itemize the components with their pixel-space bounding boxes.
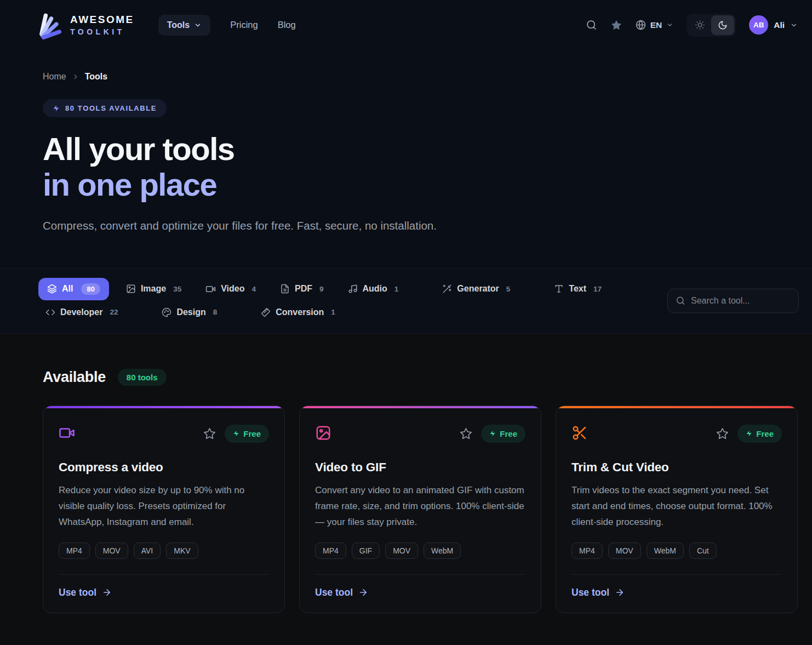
globe-icon <box>636 20 646 30</box>
free-badge: Free <box>737 425 782 443</box>
tool-search-box <box>667 288 799 313</box>
breadcrumb-home[interactable]: Home <box>43 72 66 82</box>
filter-conversion[interactable]: Conversion 1 <box>254 302 342 323</box>
sun-icon <box>695 20 705 30</box>
use-tool-link[interactable]: Use tool <box>59 587 112 598</box>
filter-video[interactable]: Video 4 <box>198 278 263 300</box>
card-description: Reduce your video size by up to 90% with… <box>59 482 269 530</box>
tool-cards-grid: Free Compress a video Reduce your video … <box>43 406 798 613</box>
format-tags: MP4 MOV WebM Cut <box>571 543 782 559</box>
palette-icon <box>162 307 171 317</box>
arrow-right-icon <box>102 587 112 597</box>
favorite-star-icon[interactable] <box>716 427 729 440</box>
type-icon <box>554 284 564 294</box>
bolt-icon <box>53 105 60 112</box>
image-icon <box>126 284 136 294</box>
scissors-icon <box>571 425 588 441</box>
format-tag: MOV <box>95 543 128 559</box>
video-camera-icon <box>59 425 75 441</box>
navbar-right: EN AB Ali <box>586 14 798 37</box>
bolt-icon <box>233 430 239 437</box>
brand-line1: AWESOME <box>70 14 134 26</box>
card-title: Trim & Cut Video <box>571 460 782 475</box>
format-tags: MP4 GIF MOV WebM <box>315 543 525 559</box>
divider <box>315 574 525 575</box>
top-zone: AWESOME TOOLKIT Tools Pricing Blog <box>0 0 812 268</box>
format-tag: MP4 <box>59 543 90 559</box>
format-tag: MOV <box>385 543 418 559</box>
breadcrumb: Home Tools <box>43 72 798 82</box>
page-subtitle: Compress, convert and optimize your file… <box>43 216 448 236</box>
layers-icon <box>47 284 57 294</box>
free-badge: Free <box>481 425 525 443</box>
brand-logo[interactable]: AWESOME TOOLKIT <box>34 11 134 39</box>
filter-generator[interactable]: Generator 5 <box>435 278 517 299</box>
chevron-right-icon <box>72 73 79 81</box>
search-icon[interactable] <box>586 19 597 31</box>
format-tag: Cut <box>689 543 717 559</box>
breadcrumb-current: Tools <box>85 72 107 82</box>
page-title-line1: All your tools <box>43 131 235 167</box>
use-tool-link[interactable]: Use tool <box>315 587 368 598</box>
video-icon <box>205 284 216 294</box>
arrow-right-icon <box>615 587 625 597</box>
available-title: Available <box>43 369 106 386</box>
chevron-down-icon <box>194 21 202 29</box>
filter-bar: All 80 Image 35 Video 4 <box>0 268 812 334</box>
card-description: Convert any video to an animated GIF wit… <box>315 482 525 530</box>
avatar: AB <box>749 15 768 35</box>
arrow-right-icon <box>358 587 368 597</box>
language-selector[interactable]: EN <box>636 20 674 30</box>
tool-card-trim-cut-video[interactable]: Free Trim & Cut Video Trim videos to the… <box>556 406 798 613</box>
card-title: Compress a video <box>59 460 269 475</box>
divider <box>571 574 782 575</box>
available-header: Available 80 tools <box>43 369 798 386</box>
free-badge: Free <box>225 425 269 443</box>
code-icon <box>45 307 55 317</box>
tool-card-compress-video[interactable]: Free Compress a video Reduce your video … <box>43 406 285 613</box>
moon-icon <box>718 20 728 30</box>
favorite-star-icon[interactable] <box>460 427 472 440</box>
format-tags: MP4 MOV AVI MKV <box>59 543 269 559</box>
tool-search-input[interactable] <box>691 296 791 306</box>
tools-available-label: 80 TOOLS AVAILABLE <box>65 104 157 112</box>
filter-design[interactable]: Design 8 <box>155 302 224 323</box>
filter-count-badge: 80 <box>81 283 100 295</box>
bolt-icon <box>489 430 496 437</box>
filter-image[interactable]: Image 35 <box>119 278 188 299</box>
nav-pricing[interactable]: Pricing <box>230 20 258 30</box>
filter-audio[interactable]: Audio 1 <box>341 278 406 299</box>
page-title: All your tools in one place <box>43 132 798 203</box>
favorite-star-icon[interactable] <box>203 427 216 440</box>
use-tool-link[interactable]: Use tool <box>571 587 625 598</box>
nav-tools-label: Tools <box>167 20 190 30</box>
nav-tools-dropdown[interactable]: Tools <box>158 15 210 36</box>
music-icon <box>348 284 358 294</box>
filter-pdf[interactable]: PDF 9 <box>273 278 331 299</box>
nav-blog[interactable]: Blog <box>278 20 296 30</box>
user-name: Ali <box>774 20 785 30</box>
format-tag: AVI <box>134 543 161 559</box>
chevron-down-icon <box>790 21 798 29</box>
user-menu[interactable]: AB Ali <box>749 15 798 35</box>
filter-all[interactable]: All 80 <box>38 278 109 300</box>
dark-mode-button[interactable] <box>711 15 734 35</box>
card-description: Trim videos to the exact segment you nee… <box>571 482 782 530</box>
ruler-icon <box>261 307 271 317</box>
language-code: EN <box>650 20 662 30</box>
chevron-down-icon <box>666 21 673 28</box>
page-title-line2: in one place <box>43 167 216 202</box>
main-content: Available 80 tools <box>0 334 812 621</box>
tools-available-badge: 80 TOOLS AVAILABLE <box>43 99 167 117</box>
filter-developer[interactable]: Developer 22 <box>38 302 125 323</box>
favorites-star-icon[interactable] <box>610 19 622 31</box>
bolt-icon <box>746 430 752 437</box>
tool-card-video-to-gif[interactable]: Free Video to GIF Convert any video to a… <box>299 406 541 613</box>
available-count-badge: 80 tools <box>118 369 167 386</box>
format-tag: MKV <box>166 543 198 559</box>
light-mode-button[interactable] <box>688 15 711 35</box>
filter-text[interactable]: Text 17 <box>547 278 609 299</box>
theme-toggle <box>687 14 736 37</box>
format-tag: GIF <box>352 543 380 559</box>
navbar: AWESOME TOOLKIT Tools Pricing Blog <box>0 0 812 50</box>
